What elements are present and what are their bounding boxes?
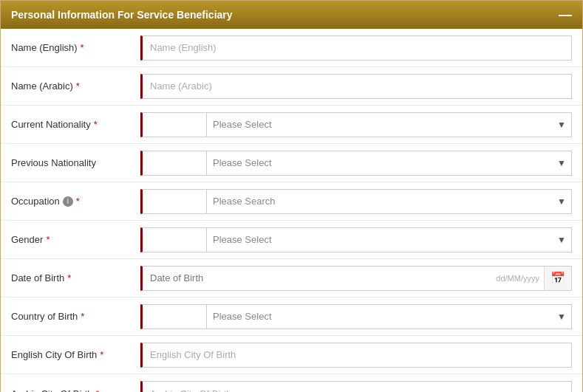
gender-control: Please Select ▼ — [140, 227, 572, 252]
required-indicator: * — [81, 42, 84, 53]
occupation-label: Occupation i * — [11, 196, 140, 207]
arabic-city-of-birth-control — [140, 381, 572, 392]
occupation-select[interactable]: Please Search — [207, 189, 572, 214]
required-indicator: * — [81, 311, 84, 322]
previous-nationality-label: Previous Nationality — [11, 157, 140, 168]
required-indicator: * — [67, 272, 71, 283]
required-indicator: * — [94, 119, 98, 130]
english-city-of-birth-control — [140, 343, 572, 368]
country-of-birth-select[interactable]: Please Select — [207, 304, 572, 329]
current-nationality-label: Current Nationality * — [11, 119, 140, 130]
name-arabic-row: Name (Arabic) * — [1, 67, 582, 106]
required-indicator: * — [76, 196, 80, 207]
name-arabic-control — [140, 74, 572, 99]
country-of-birth-control: Please Select ▼ — [140, 304, 572, 329]
country-of-birth-label: Country of Birth * — [11, 311, 140, 322]
gender-code-input[interactable] — [140, 227, 207, 252]
previous-nationality-row: Previous Nationality Please Select ▼ — [1, 144, 582, 182]
name-arabic-label: Name (Arabic) * — [11, 80, 140, 92]
date-of-birth-label: Date of Birth * — [11, 272, 140, 283]
required-indicator: * — [100, 349, 103, 360]
personal-info-panel: Personal Information For Service Benefic… — [0, 0, 583, 392]
gender-dropdown-part: Please Select ▼ — [207, 227, 572, 252]
form-body: Name (English) * Name (Arabic) * Current… — [1, 29, 582, 392]
occupation-select-wrap: Please Search ▼ — [140, 189, 572, 214]
current-nationality-select-wrap: Please Select ▼ — [140, 112, 572, 137]
country-of-birth-code-input[interactable] — [140, 304, 207, 329]
current-nationality-control: Please Select ▼ — [140, 112, 572, 137]
arabic-city-of-birth-label: Arabic City Of Birth * — [11, 388, 140, 393]
previous-nationality-dropdown-part: Please Select ▼ — [207, 151, 572, 176]
name-english-input[interactable] — [140, 35, 572, 61]
english-city-of-birth-label: English City Of Birth * — [11, 349, 140, 360]
previous-nationality-select[interactable]: Please Select — [207, 151, 572, 176]
date-of-birth-control: dd/MM/yyyy 📅 — [140, 266, 572, 291]
gender-select-wrap: Please Select ▼ — [140, 227, 572, 252]
date-of-birth-row: Date of Birth * dd/MM/yyyy 📅 — [1, 259, 582, 298]
date-format-hint: dd/MM/yyyy — [491, 274, 544, 283]
info-icon[interactable]: i — [63, 196, 73, 207]
occupation-control: Please Search ▼ — [140, 189, 572, 214]
panel-title: Personal Information For Service Benefic… — [11, 9, 233, 21]
date-input-wrap: dd/MM/yyyy 📅 — [140, 266, 572, 291]
calendar-icon[interactable]: 📅 — [544, 267, 571, 290]
occupation-dropdown-part: Please Search ▼ — [207, 189, 572, 214]
name-arabic-input[interactable] — [140, 74, 572, 99]
current-nationality-row: Current Nationality * Please Select ▼ — [1, 106, 582, 144]
previous-nationality-select-wrap: Please Select ▼ — [140, 151, 572, 176]
name-english-row: Name (English) * — [1, 29, 582, 67]
previous-nationality-code-input[interactable] — [140, 151, 207, 176]
previous-nationality-control: Please Select ▼ — [140, 151, 572, 176]
country-of-birth-dropdown-part: Please Select ▼ — [207, 304, 572, 329]
english-city-of-birth-input[interactable] — [140, 343, 572, 368]
gender-select[interactable]: Please Select — [207, 227, 572, 252]
current-nationality-select[interactable]: Please Select — [207, 112, 572, 137]
minimize-button[interactable]: — — [559, 8, 572, 21]
required-indicator: * — [46, 234, 50, 245]
current-nationality-dropdown-part: Please Select ▼ — [207, 112, 572, 137]
current-nationality-code-input[interactable] — [140, 112, 207, 137]
gender-row: Gender * Please Select ▼ — [1, 221, 582, 259]
arabic-city-of-birth-input[interactable] — [140, 381, 572, 392]
name-english-control — [140, 35, 572, 61]
country-of-birth-row: Country of Birth * Please Select ▼ — [1, 298, 582, 336]
gender-label: Gender * — [11, 234, 140, 245]
occupation-code-input[interactable] — [140, 189, 207, 214]
occupation-row: Occupation i * Please Search ▼ — [1, 182, 582, 221]
arabic-city-of-birth-row: Arabic City Of Birth * — [1, 374, 582, 392]
required-indicator: * — [96, 388, 100, 393]
date-of-birth-input[interactable] — [143, 267, 491, 289]
country-of-birth-select-wrap: Please Select ▼ — [140, 304, 572, 329]
required-indicator: * — [76, 80, 80, 92]
name-english-label: Name (English) * — [11, 42, 140, 53]
english-city-of-birth-row: English City Of Birth * — [1, 336, 582, 374]
panel-header: Personal Information For Service Benefic… — [1, 1, 582, 29]
